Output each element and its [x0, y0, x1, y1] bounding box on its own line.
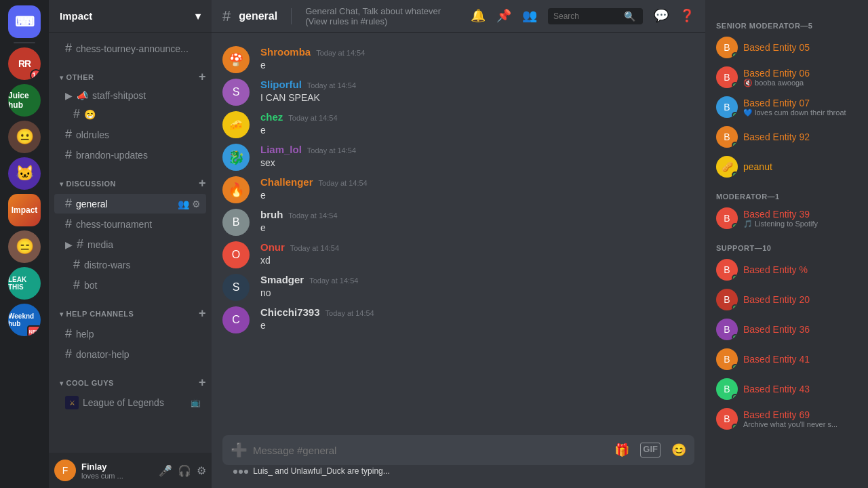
hash-icon: #: [73, 278, 80, 292]
member-item-be05[interactable]: B Based Entity 05: [711, 33, 863, 62]
search-box[interactable]: 🔍: [548, 8, 643, 24]
category-discussion[interactable]: ▾DISCUSSION +: [49, 165, 212, 193]
channel-item-league[interactable]: ⚔ League of Legends 📺: [54, 393, 206, 412]
channel-item-donator-help[interactable]: # donator-help: [54, 344, 206, 364]
member-item-be92[interactable]: B Based Entity 92: [711, 122, 863, 152]
channel-item-staff-shitpost[interactable]: ▶ 📣 staff-shitpost: [54, 87, 206, 104]
message-author[interactable]: Challenger: [260, 176, 313, 188]
help-icon[interactable]: ❓: [679, 8, 694, 24]
member-item-peanut[interactable]: 🥜 peanut: [711, 152, 863, 182]
online-indicator: [732, 424, 738, 430]
message-author[interactable]: Onur: [260, 241, 285, 253]
message-input[interactable]: [253, 445, 609, 456]
server-icon-face2[interactable]: 😑: [8, 230, 41, 263]
gif-icon[interactable]: GIF: [640, 443, 660, 458]
settings-icon[interactable]: ⚙: [197, 464, 206, 477]
messages-area: 🍄 Shroomba Today at 14:54 e S Slip: [212, 33, 705, 435]
channel-list: # chess-tourney-announce... ▾OTHER + ▶ 📣…: [49, 33, 212, 453]
gift-icon[interactable]: 🎁: [614, 443, 629, 458]
category-cool-guys[interactable]: ▾COOL GUYS +: [49, 365, 212, 392]
channel-item-general[interactable]: # general 👥 ⚙: [54, 194, 206, 214]
member-item-be20[interactable]: B Based Entity 20: [711, 285, 863, 314]
mute-icon[interactable]: 🎤: [159, 464, 172, 477]
channel-item-distro-wars[interactable]: # distro-wars: [54, 255, 206, 274]
add-member-icon[interactable]: 👥: [178, 199, 189, 209]
member-item-bepct[interactable]: B Based Entity %: [711, 255, 863, 285]
emoji-icon[interactable]: 😊: [671, 443, 686, 458]
message-text: e: [260, 124, 694, 138]
message-avatar[interactable]: 🧀: [222, 111, 250, 138]
online-indicator: [732, 112, 738, 118]
deafen-icon[interactable]: 🎧: [178, 464, 191, 477]
add-channel-icon[interactable]: +: [199, 306, 206, 321]
server-icon-discord[interactable]: ⌨: [8, 5, 41, 38]
header-icons: 🔔 📌 👥 🔍 💬 ❓: [471, 8, 694, 24]
category-help[interactable]: ▾HELP CHANNELS +: [49, 296, 212, 323]
search-input[interactable]: [553, 12, 621, 21]
message-avatar[interactable]: C: [222, 306, 250, 333]
message-row: 🔥 Challenger Today at 14:54 e: [212, 174, 705, 206]
message-row: 🧀 chez Today at 14:54 e: [212, 108, 705, 141]
message-content: Onur Today at 14:54 xd: [260, 241, 694, 268]
message-author[interactable]: Chicchi7393: [260, 306, 320, 318]
member-item-be06[interactable]: B Based Entity 06 🔇 booba awooga: [711, 62, 863, 92]
server-icon-juice[interactable]: Juice hub: [8, 84, 41, 117]
members-icon[interactable]: 👥: [522, 8, 537, 24]
inbox-icon[interactable]: 💬: [654, 8, 669, 24]
message-avatar[interactable]: S: [222, 274, 250, 301]
channel-item-media[interactable]: ▶ # media: [54, 235, 206, 254]
member-item-be36[interactable]: B Based Entity 36: [711, 314, 863, 344]
message-author[interactable]: Smadger: [260, 274, 304, 285]
server-icon-leak[interactable]: LEAK THIS: [8, 267, 41, 300]
server-icon-cat[interactable]: 🐱: [8, 157, 41, 190]
add-channel-icon[interactable]: +: [199, 375, 206, 390]
channel-item-bot[interactable]: # bot: [54, 275, 206, 295]
user-status: loves cum ...: [81, 472, 153, 480]
message-avatar[interactable]: O: [222, 241, 250, 268]
member-avatar: B: [716, 408, 738, 430]
member-item-be43[interactable]: B Based Entity 43: [711, 374, 863, 404]
message-avatar[interactable]: 🐉: [222, 144, 250, 171]
channel-item-emoji[interactable]: # 😁: [54, 104, 206, 124]
channel-name: distro-wars: [84, 260, 201, 270]
add-file-icon[interactable]: ➕: [231, 442, 248, 458]
server-icon-face[interactable]: 😐: [8, 121, 41, 153]
message-avatar[interactable]: 🍄: [222, 46, 250, 73]
notifications-icon[interactable]: 🔔: [471, 8, 486, 24]
settings-icon[interactable]: ⚙: [192, 199, 201, 209]
add-channel-icon[interactable]: +: [199, 70, 206, 84]
channel-item-oldrules[interactable]: # oldrules: [54, 125, 206, 144]
server-icon-impact[interactable]: Impact: [8, 194, 41, 226]
message-author[interactable]: Shroomba: [260, 46, 311, 58]
message-author[interactable]: Liam_lol: [260, 144, 302, 155]
online-indicator: [732, 274, 738, 281]
member-status: 🎵 Listening to Spotify: [743, 220, 818, 228]
server-header[interactable]: Impact ▾: [49, 0, 212, 33]
member-item-be07[interactable]: B Based Entity 07 💙 loves cum down their…: [711, 92, 863, 122]
message-avatar[interactable]: 🔥: [222, 176, 250, 203]
add-channel-icon[interactable]: +: [199, 176, 206, 190]
pin-icon[interactable]: 📌: [496, 8, 511, 24]
online-indicator: [732, 304, 738, 310]
category-other[interactable]: ▾OTHER +: [49, 59, 212, 87]
message-author[interactable]: Sliporful: [260, 79, 302, 90]
message-avatar[interactable]: B: [222, 209, 250, 236]
message-author[interactable]: chez: [260, 111, 283, 123]
member-item-be69[interactable]: B Based Entity 69 Archive what you'll ne…: [711, 404, 863, 434]
channel-item-help[interactable]: # help: [54, 324, 206, 344]
server-icon-weeknd[interactable]: Weeknd hub NEW: [8, 304, 41, 336]
member-item-be39[interactable]: B Based Entity 39 🎵 Listening to Spotify: [711, 203, 863, 233]
message-author[interactable]: bruh: [260, 209, 283, 220]
member-item-be41[interactable]: B Based Entity 41: [711, 344, 863, 374]
channel-item-brandon-updates[interactable]: # brandon-updates: [54, 145, 206, 165]
channel-item-chess-announce[interactable]: # chess-tourney-announce...: [54, 39, 206, 58]
server-icon-rr[interactable]: RR 14: [8, 47, 41, 80]
online-indicator: [732, 364, 738, 370]
channel-item-chess-tournament[interactable]: # chess-tournament: [54, 214, 206, 234]
stream-icon: 📺: [191, 398, 201, 407]
message-avatar[interactable]: S: [222, 79, 250, 106]
message-row: O Onur Today at 14:54 xd: [212, 239, 705, 271]
member-avatar: 🥜: [716, 156, 738, 178]
member-category-support: SUPPORT—10: [711, 233, 863, 255]
message-input-area: ➕ 🎁 GIF 😊 Luis_ and Unlawful_Duck are ty…: [212, 435, 705, 488]
